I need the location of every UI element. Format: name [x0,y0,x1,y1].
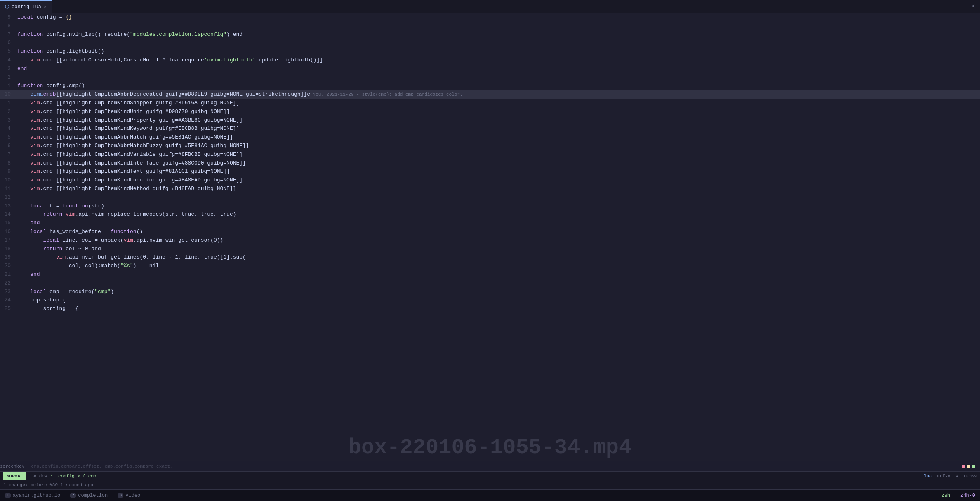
shell-name: zsh [936,493,955,499]
tab-filename: config.lua [12,4,41,10]
terminal-prompt: z4h-0 [955,493,980,499]
file-type: lua [924,474,932,479]
table-row: 7 vim.cmd [[highlight CmpItemKindVariabl… [0,151,980,159]
bottom-tab-2[interactable]: 2 completion [65,490,113,501]
line-number: 7 [0,31,16,39]
line-content: sorting = { [16,305,980,313]
line-number: 5 [0,133,16,142]
line-content: vim.api.nvim_buf_get_lines(0, line - 1, … [16,253,980,262]
table-row: 3end [0,65,980,73]
line-number: 8 [0,22,16,31]
line-number: 14 [0,210,16,219]
tab-close-button[interactable]: × [44,5,47,9]
line-number: 7 [0,151,16,159]
line-number: 6 [0,142,16,151]
table-row: 15 end [0,219,980,228]
line-number: 25 [0,305,16,313]
line-number: 8 [0,159,16,168]
table-row: 22 [0,279,980,288]
table-row: 5 vim.cmd [[highlight CmpItemAbbrMatch g… [0,133,980,142]
line-content [16,73,980,82]
table-row: 4 vim.cmd [[autocmd CursorHold,CursorHol… [0,56,980,65]
line-content: cimacmdb[[highlight CmpItemAbbrDeprecate… [16,90,980,99]
screenkey-label: screenkey [0,464,24,469]
line-content: local has_words_before = function() [16,228,980,236]
active-tab[interactable]: ⬡ config.lua × [0,0,52,13]
line-content: vim.cmd [[highlight CmpItemAbbrMatch gui… [16,133,980,142]
bottom-tabs: 1 ayamir.github.io 2 completion 3 video … [0,489,980,501]
screenkey-cmd: cmp.config.compare.offset, cmp.config.co… [31,464,172,469]
status-bar: NORMAL # dev :: config > f cmp lua utf-8… [0,471,980,480]
line-content: end [16,65,980,73]
line-content: local line, col = unpack(vim.api.nvim_wi… [16,236,980,245]
line-content: vim.cmd [[highlight CmpItemKindVariable … [16,151,980,159]
table-row: 6 vim.cmd [[highlight CmpItemAbbrMatchFu… [0,142,980,151]
bottom-tab-1[interactable]: 1 ayamir.github.io [0,490,65,501]
line-number: 16 [0,228,16,236]
table-row: 20 col, col):match("‌%s") == nil [0,262,980,270]
line-content: function config.nvim_lsp() require("modu… [16,31,980,39]
screenkey-dots [962,465,975,468]
line-number: 3 [0,65,16,73]
line-content: end [16,219,980,228]
line-number: 10 [0,90,16,99]
editor: 9local config = {}87function config.nvim… [0,13,980,501]
table-row: 4 vim.cmd [[highlight CmpItemKindKeyword… [0,125,980,133]
line-number: 3 [0,116,16,125]
table-row: 19 vim.api.nvim_buf_get_lines(0, line - … [0,253,980,262]
line-content: vim.cmd [[autocmd CursorHold,CursorHoldI… [16,56,980,65]
line-content: vim.cmd [[highlight CmpItemKindInterface… [16,159,980,168]
line-number: 2 [0,73,16,82]
line-content [16,39,980,47]
line-number: 23 [0,288,16,296]
git-branch: # dev :: config > f cmp [31,474,99,479]
line-number: 1 [0,82,16,90]
line-content [16,279,980,288]
encoding: utf-8 [937,474,950,479]
table-row: 14 return vim.api.nvim_replace_termcodes… [0,210,980,219]
line-content: vim.cmd [[highlight CmpItemKindKeyword g… [16,125,980,133]
dot-green [972,465,975,468]
table-row: 1function config.cmp() [0,82,980,90]
table-row: 11 vim.cmd [[highlight CmpItemKindMethod… [0,185,980,193]
dot-red [962,465,965,468]
line-content: return col ≃ 0 and [16,245,980,254]
window-close-button[interactable]: × [966,3,980,10]
table-row: 5function config.lightbulb() [0,47,980,56]
screenkey-bar: screenkey cmp.config.compare.offset, cmp… [0,461,980,471]
line-content: cmp.setup { [16,296,980,305]
line-number: 18 [0,245,16,254]
line-content: function config.lightbulb() [16,47,980,56]
bottom-tab-3[interactable]: 3 video [113,490,145,501]
line-content: vim.cmd [[highlight CmpItemAbbrMatchFuzz… [16,142,980,151]
line-content: local config = {} [16,13,980,22]
line-number: 24 [0,296,16,305]
line-content: function config.cmp() [16,82,980,90]
table-row: 9 vim.cmd [[highlight CmpItemKindText gu… [0,167,980,176]
table-row: 23 local cmp = require("cmp") [0,288,980,296]
tab-num-2: 2 [70,493,76,498]
line-content: local cmp = require("cmp") [16,288,980,296]
table-row: 7function config.nvim_lsp() require("mod… [0,31,980,39]
table-row: 24 cmp.setup { [0,296,980,305]
table-row: 2 [0,73,980,82]
table-row: 12 [0,193,980,202]
line-number: 5 [0,47,16,56]
line-content: return vim.api.nvim_replace_termcodes(st… [16,210,980,219]
table-row: 25 sorting = { [0,305,980,313]
line-content: vim.cmd [[highlight CmpItemKindMethod gu… [16,185,980,193]
format: A [955,474,958,479]
tab-icon: ⬡ [5,4,9,10]
line-content [16,193,980,202]
vim-mode: NORMAL [3,472,26,481]
line-content: local t = function(str) [16,202,980,211]
line-content [16,22,980,31]
table-row: 2 vim.cmd [[highlight CmpItemKindUnit gu… [0,108,980,116]
line-number: 13 [0,202,16,211]
line-number: 17 [0,236,16,245]
line-content: vim.cmd [[highlight CmpItemKindProperty … [16,116,980,125]
tab-label-2: completion [78,493,108,499]
line-number: 21 [0,270,16,279]
line-number: 4 [0,125,16,133]
table-row: 3 vim.cmd [[highlight CmpItemKindPropert… [0,116,980,125]
